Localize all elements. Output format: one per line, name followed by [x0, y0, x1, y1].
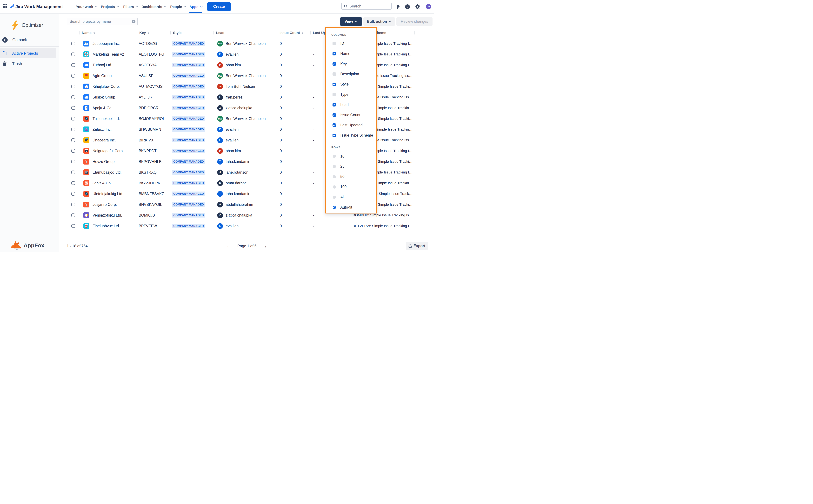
svg-text:?: ?: [407, 5, 408, 9]
